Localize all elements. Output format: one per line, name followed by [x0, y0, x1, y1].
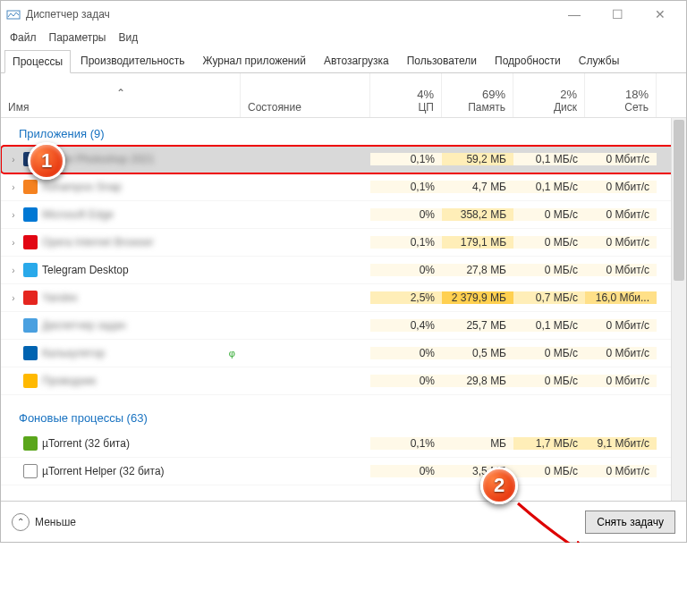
process-icon [23, 235, 38, 249]
window-title: Диспетчер задач [26, 8, 561, 21]
memory-value: 25,7 МБ [442, 319, 513, 332]
disk-value: 1,7 МБ/с [513, 437, 585, 450]
group-background[interactable]: Фоновые процессы (63) [1, 402, 686, 430]
process-icon [23, 180, 38, 194]
process-name: Проводник [42, 375, 96, 387]
network-value: 0 Мбит/с [585, 153, 657, 165]
header-name[interactable]: ⌃ Имя [1, 73, 241, 117]
sort-indicator-icon: ⌃ [8, 85, 233, 101]
network-value: 0 Мбит/с [585, 319, 657, 332]
memory-value: 0,5 МБ [442, 347, 513, 359]
process-row[interactable]: Калькуляторφ0%0,5 МБ0 МБ/с0 Мбит/с [1, 340, 686, 367]
process-name: µTorrent (32 бита) [42, 437, 130, 450]
process-row[interactable]: ›Opera Internet Browser0,1%179,1 МБ0 МБ/… [1, 229, 686, 257]
process-name: Yandex [42, 291, 78, 304]
process-name: Adobe Photoshop 2021 [42, 153, 154, 165]
app-icon [6, 7, 21, 21]
minimize-button[interactable]: — [561, 5, 588, 23]
expand-icon[interactable]: › [8, 293, 19, 303]
menubar: Файл Параметры Вид [1, 28, 686, 47]
menu-view[interactable]: Вид [118, 31, 138, 44]
cpu-value: 0,4% [370, 319, 442, 332]
footer: ⌃ Меньше Снять задачу [1, 501, 686, 542]
maximize-button[interactable]: ☐ [604, 5, 631, 23]
process-name: Telegram Desktop [42, 264, 129, 276]
network-value: 0 Мбит/с [585, 264, 657, 276]
disk-value: 0 МБ/с [513, 264, 585, 276]
tab-services[interactable]: Службы [571, 49, 627, 72]
network-value: 16,0 Мби... [585, 291, 657, 304]
expand-icon[interactable]: › [8, 238, 19, 248]
header-memory[interactable]: 69% Память [442, 73, 513, 117]
expand-icon[interactable]: › [8, 182, 19, 192]
process-icon [23, 263, 38, 277]
close-button[interactable]: ✕ [647, 5, 674, 23]
disk-value: 0 МБ/с [513, 347, 585, 359]
expand-icon[interactable]: › [8, 155, 19, 165]
process-row[interactable]: µTorrent Helper (32 бита)0%3,5 МБ0 МБ/с0… [1, 458, 686, 485]
tabs: Процессы Производительность Журнал прило… [1, 47, 686, 73]
cpu-value: 0,1% [370, 437, 442, 450]
network-value: 0 Мбит/с [585, 375, 657, 387]
cpu-value: 0% [370, 347, 442, 359]
header-network[interactable]: 18% Сеть [585, 73, 657, 117]
process-row[interactable]: ›Telegram Desktop0%27,8 МБ0 МБ/с0 Мбит/с [1, 257, 686, 284]
cpu-value: 0% [370, 465, 442, 477]
network-value: 0 Мбит/с [585, 465, 657, 477]
process-list: Приложения (9) ›Adobe Photoshop 20210,1%… [1, 118, 686, 501]
memory-value: 179,1 МБ [442, 236, 513, 249]
header-status[interactable]: Состояние [241, 73, 370, 117]
disk-value: 0 МБ/с [513, 465, 585, 477]
cpu-value: 0% [370, 208, 442, 221]
disk-value: 0 МБ/с [513, 208, 585, 221]
titlebar: Диспетчер задач — ☐ ✕ [1, 1, 686, 28]
tab-details[interactable]: Подробности [487, 49, 569, 72]
process-icon [23, 464, 38, 478]
process-icon [23, 152, 38, 166]
process-name: Диспетчер задач [42, 319, 126, 332]
process-icon [23, 318, 38, 333]
end-task-button[interactable]: Снять задачу [585, 511, 675, 534]
expand-icon[interactable]: › [8, 210, 19, 220]
cpu-value: 0,1% [370, 153, 442, 165]
task-manager-window: Диспетчер задач — ☐ ✕ Файл Параметры Вид… [0, 0, 687, 543]
memory-value: 358,2 МБ [442, 208, 513, 221]
process-icon [23, 291, 38, 305]
process-name: Microsoft Edge [42, 208, 114, 221]
fewer-details-button[interactable]: ⌃ Меньше [12, 513, 76, 531]
cpu-value: 0% [370, 375, 442, 387]
header-cpu[interactable]: 4% ЦП [370, 73, 442, 117]
memory-value: 29,8 МБ [442, 375, 513, 387]
tab-processes[interactable]: Процессы [4, 50, 71, 73]
memory-value: 27,8 МБ [442, 264, 513, 276]
tab-users[interactable]: Пользователи [399, 49, 485, 72]
header-disk[interactable]: 2% Диск [513, 73, 585, 117]
menu-file[interactable]: Файл [10, 31, 37, 44]
tab-startup[interactable]: Автозагрузка [316, 49, 397, 72]
column-headers: ⌃ Имя Состояние 4% ЦП 69% Память 2% Диск… [1, 73, 686, 118]
process-row[interactable]: ›Microsoft Edge0%358,2 МБ0 МБ/с0 Мбит/с [1, 201, 686, 229]
scrollbar-thumb[interactable] [674, 120, 684, 281]
network-value: 0 Мбит/с [585, 347, 657, 359]
tab-performance[interactable]: Производительность [72, 49, 192, 72]
process-name: Opera Internet Browser [42, 236, 154, 249]
menu-options[interactable]: Параметры [49, 31, 106, 44]
tab-app-history[interactable]: Журнал приложений [195, 49, 314, 72]
disk-value: 0 МБ/с [513, 375, 585, 387]
cpu-value: 0,1% [370, 236, 442, 249]
disk-value: 0 МБ/с [513, 236, 585, 249]
cpu-value: 0,1% [370, 181, 442, 193]
expand-icon[interactable]: › [8, 266, 19, 275]
cpu-value: 2,5% [370, 291, 442, 304]
memory-value: 59,2 МБ [442, 153, 513, 165]
group-apps[interactable]: Приложения (9) [1, 118, 686, 146]
process-row[interactable]: Проводник0%29,8 МБ0 МБ/с0 Мбит/с [1, 367, 686, 395]
process-row[interactable]: Диспетчер задач0,4%25,7 МБ0,1 МБ/с0 Мбит… [1, 312, 686, 340]
process-row[interactable]: µTorrent (32 бита)0,1%МБ1,7 МБ/с9,1 Мбит… [1, 430, 686, 458]
network-value: 9,1 Мбит/с [585, 437, 657, 450]
scrollbar[interactable] [671, 118, 686, 501]
process-row[interactable]: ›Adobe Photoshop 20210,1%59,2 МБ0,1 МБ/с… [1, 146, 686, 173]
process-row[interactable]: ›Yandex2,5%2 379,9 МБ0,7 МБ/с16,0 Мби... [1, 284, 686, 312]
disk-value: 0,1 МБ/с [513, 319, 585, 332]
process-row[interactable]: ›Ashampoo Snap0,1%4,7 МБ0,1 МБ/с0 Мбит/с [1, 173, 686, 201]
